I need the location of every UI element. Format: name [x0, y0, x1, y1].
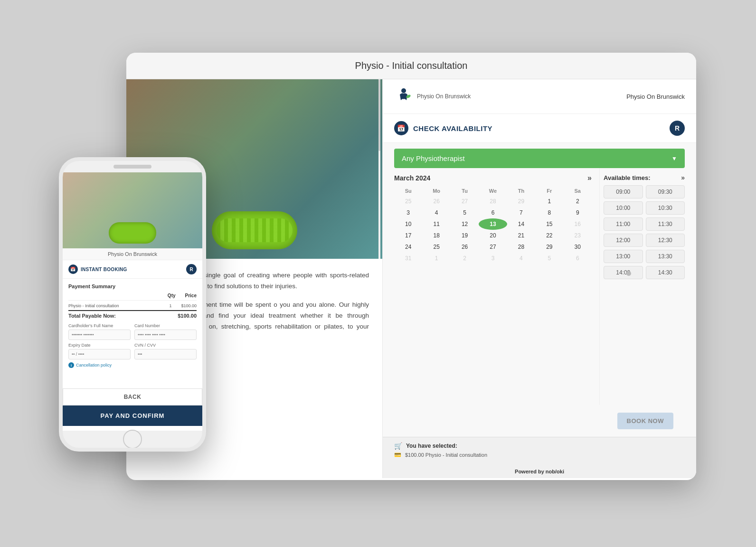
phone-user-avatar[interactable]: R — [186, 264, 197, 274]
scene: Physio - Initial consultation wick was s… — [46, 24, 710, 523]
calendar-day[interactable]: 31 — [394, 253, 422, 264]
time-slot[interactable]: 11:30 — [646, 217, 685, 231]
day-header-sa: Sa — [564, 186, 592, 196]
calendar-day[interactable]: 27 — [479, 241, 507, 253]
calendar-day[interactable]: 20 — [479, 230, 507, 241]
page-title: Physio - Initial consultation — [355, 60, 468, 71]
calendar-day[interactable]: 8 — [535, 207, 563, 218]
calendar-day[interactable]: 29 — [507, 196, 535, 207]
times-header: Available times: » — [604, 174, 685, 181]
calendar-day[interactable]: 27 — [451, 196, 479, 207]
calendar-day[interactable]: 26 — [422, 196, 450, 207]
cart-icon: 🛒 — [394, 442, 402, 450]
time-slot[interactable]: 09:30 — [646, 185, 685, 198]
times-next-arrow[interactable]: » — [681, 174, 685, 181]
time-slot[interactable]: 10:30 — [646, 201, 685, 215]
phone-home-indicator — [63, 431, 202, 448]
mobile-phone: Physio On Brunswick 📅 INSTANT BOOKING R … — [59, 157, 206, 452]
calendar-day[interactable]: 28 — [507, 241, 535, 253]
calendar-day[interactable]: 6 — [479, 207, 507, 218]
phone-cancellation-policy[interactable]: i Cancellation policy — [68, 362, 197, 368]
calendar-day[interactable]: 13 — [479, 218, 507, 230]
time-slot[interactable]: 12:00 — [604, 234, 643, 247]
desktop-header: Physio - Initial consultation — [126, 53, 696, 79]
availability-title-text: CHECK AVAILABILITY — [413, 124, 492, 132]
calendar-day[interactable]: 4 — [507, 253, 535, 264]
brand-logo-icon — [394, 87, 413, 106]
times-title: Available times: — [604, 174, 651, 181]
calendar-day[interactable]: 10 — [394, 218, 422, 230]
calendar-day[interactable]: 6 — [564, 253, 592, 264]
calendar-day[interactable]: 25 — [394, 196, 422, 207]
calendar-day[interactable]: 16 — [564, 218, 592, 230]
calendar-day[interactable]: 7 — [507, 207, 535, 218]
calendar-day[interactable]: 1 — [535, 196, 563, 207]
calendar-day[interactable]: 30 — [564, 241, 592, 253]
calendar-day[interactable]: 9 — [564, 207, 592, 218]
phone-payment-summary-title: Payment Summary — [68, 283, 197, 289]
phone-card-number-input[interactable] — [134, 330, 197, 340]
calendar-day[interactable]: 22 — [535, 230, 563, 241]
phone-notch — [63, 161, 202, 172]
time-slot[interactable]: 09:00 — [604, 185, 643, 198]
physio-on-brunswick-label: Physio On Brunswick — [626, 93, 685, 100]
calendar-day[interactable]: 25 — [422, 241, 450, 253]
dropdown-container[interactable]: Any Physiotherapist ▼ — [383, 149, 696, 168]
calendar-day[interactable]: 1 — [422, 253, 450, 264]
phone-info-icon: i — [68, 362, 74, 368]
phone-card-number-label: Card Number — [134, 323, 197, 328]
time-slots-grid: 09:0009:3010:0010:3011:0011:3012:0012:30… — [604, 185, 685, 279]
calendar-day[interactable]: 5 — [451, 207, 479, 218]
calendar-day[interactable]: 28 — [479, 196, 507, 207]
time-slot[interactable]: 13:30 — [646, 250, 685, 263]
calendar-day[interactable]: 4 — [422, 207, 450, 218]
phone-payment-headers: Qty Price — [68, 293, 197, 301]
calendar-day[interactable]: 21 — [507, 230, 535, 241]
time-slot[interactable]: 14:30 — [646, 266, 685, 279]
time-slot[interactable]: 12:30 — [646, 234, 685, 247]
selected-info-bar: 🛒 You have selected: 💳 $100.00 Physio - … — [383, 437, 696, 465]
calendar-day[interactable]: 2 — [564, 196, 592, 207]
calendar-day[interactable]: 3 — [394, 207, 422, 218]
phone-back-button[interactable]: BACK — [63, 388, 202, 406]
powered-by-text: Powered by nob/oki — [515, 469, 564, 474]
calendar-day[interactable]: 2 — [451, 253, 479, 264]
time-slot[interactable]: 14:00 — [604, 266, 643, 279]
calendar-day[interactable]: 12 — [451, 218, 479, 230]
book-now-button[interactable]: BOOK NOW — [617, 413, 673, 429]
physiotherapist-dropdown[interactable]: Any Physiotherapist ▼ — [394, 149, 685, 168]
phone-cancellation-text: Cancellation policy — [76, 363, 112, 368]
scroll-indicator — [378, 79, 380, 259]
calendar-day[interactable]: 26 — [451, 241, 479, 253]
time-slot[interactable]: 13:00 — [604, 250, 643, 263]
user-avatar[interactable]: R — [670, 121, 685, 136]
calendar-day[interactable]: 17 — [394, 230, 422, 241]
phone-expiry-label: Expiry Date — [68, 343, 131, 348]
phone-pay-confirm-button[interactable]: PAY AND CONFIRM — [63, 406, 202, 426]
phone-home-button[interactable] — [123, 430, 142, 449]
calendar-day[interactable]: 24 — [394, 241, 422, 253]
phone-payment-section: Payment Summary Qty Price Physio - Initi… — [63, 279, 202, 388]
booking-widget-header: Physio On Brunswick Physio On Brunswick — [383, 79, 696, 114]
phone-cardholder-input[interactable] — [68, 330, 131, 340]
calendar-day[interactable]: 14 — [507, 218, 535, 230]
phone-expiry-input[interactable] — [68, 349, 131, 359]
phone-cvv-input[interactable] — [134, 349, 197, 359]
powered-by: Powered by nob/oki — [383, 465, 696, 478]
calendar-day[interactable]: 5 — [535, 253, 563, 264]
calendar-day[interactable]: 3 — [479, 253, 507, 264]
time-slot[interactable]: 11:00 — [604, 217, 643, 231]
phone-booking-title-text: INSTANT BOOKING — [81, 267, 127, 272]
phone-hero-image — [63, 172, 202, 248]
calendar-day[interactable]: 19 — [451, 230, 479, 241]
calendar-day[interactable]: 11 — [422, 218, 450, 230]
calendar-day[interactable]: 29 — [535, 241, 563, 253]
calendar-day[interactable]: 23 — [564, 230, 592, 241]
calendar-day[interactable]: 18 — [422, 230, 450, 241]
time-slot[interactable]: 10:00 — [604, 201, 643, 215]
calendar-next-arrow[interactable]: » — [587, 174, 592, 182]
calendar-day[interactable]: 15 — [535, 218, 563, 230]
desktop-scroll-dot — [626, 271, 631, 276]
phone-expiry-cvv-row: Expiry Date CVN / CVV — [68, 343, 197, 359]
dropdown-label: Any Physiotherapist — [402, 154, 465, 162]
